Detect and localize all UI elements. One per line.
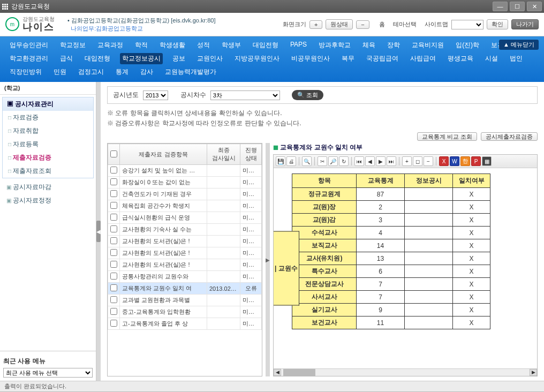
- table-row[interactable]: 교사현황의 도서관(실)은 !미검증: [108, 259, 262, 271]
- table-row[interactable]: 교육통계와 교원수 일치 여2013.02.07오류: [108, 283, 262, 295]
- row-checkbox[interactable]: [110, 284, 117, 291]
- nav-item[interactable]: 감사: [138, 66, 155, 78]
- menu-close-button[interactable]: ▲ 메뉴닫기: [499, 40, 539, 50]
- table-row[interactable]: 중고-교육통계와 입학현황미검증: [108, 306, 262, 318]
- print-icon[interactable]: 🖨: [286, 156, 296, 166]
- zoom-in-button[interactable]: +: [309, 20, 322, 29]
- confirm-button[interactable]: 확인: [487, 19, 508, 29]
- zoom-fit-icon[interactable]: ◻: [413, 156, 422, 166]
- refresh-icon[interactable]: ↻: [339, 156, 349, 166]
- first-page-icon[interactable]: ⏮: [354, 156, 364, 166]
- zoom-in-icon[interactable]: +: [402, 156, 412, 166]
- nav-item[interactable]: 체육: [360, 40, 377, 51]
- sidebar-item[interactable]: 제출자료검증: [3, 151, 93, 164]
- nav-item[interactable]: 학교정보: [58, 40, 88, 51]
- nav-item[interactable]: 업무승인관리: [7, 40, 50, 51]
- zoom-out-icon[interactable]: −: [424, 156, 433, 166]
- close-button[interactable]: ✕: [527, 2, 542, 11]
- nav-item[interactable]: 교육비지원: [410, 40, 446, 51]
- sidebar-item[interactable]: 자료취합: [3, 124, 93, 138]
- table-row[interactable]: 고-교육통계와 졸업 후 상미검증: [108, 318, 262, 330]
- row-checkbox[interactable]: [110, 296, 117, 303]
- nav-item[interactable]: 입(진)학: [454, 40, 481, 51]
- zoom-original-button[interactable]: 원상태: [326, 19, 353, 29]
- zoom-out-button[interactable]: −: [356, 20, 369, 29]
- column-splitter[interactable]: ▶: [266, 143, 270, 376]
- nav-item[interactable]: 장학: [385, 40, 402, 51]
- next-page-icon[interactable]: ▶: [376, 156, 386, 166]
- prev-page-icon[interactable]: ◀: [365, 156, 375, 166]
- row-checkbox[interactable]: [110, 261, 117, 268]
- nav-item[interactable]: 급식: [58, 53, 75, 64]
- row-checkbox[interactable]: [110, 249, 117, 256]
- exit-button[interactable]: 나가기: [511, 19, 539, 29]
- row-checkbox[interactable]: [110, 190, 117, 197]
- submission-grid[interactable]: 제출자료 검증항목 최종 검사일시 진행 상태 승강기 설치 및 높이 없는 ……: [107, 143, 262, 376]
- find-icon[interactable]: 🔎: [328, 156, 338, 166]
- nav-item[interactable]: 학교정보공시: [120, 53, 163, 64]
- nav-item[interactable]: 교육과정: [95, 40, 125, 51]
- recent-menu-select[interactable]: 최근 사용 메뉴 선택: [3, 368, 93, 378]
- nav-item[interactable]: 지방공무원인사: [232, 53, 282, 64]
- nav-item[interactable]: 사립급여: [408, 53, 438, 64]
- nav-item[interactable]: PAPS: [288, 40, 309, 51]
- sidebar-item[interactable]: 자료검증: [3, 111, 93, 124]
- export-x-icon[interactable]: X: [439, 156, 449, 166]
- export-img-icon[interactable]: ▦: [482, 156, 492, 166]
- table-row[interactable]: 체육집회 공간수가 학생지미검증: [108, 200, 262, 212]
- row-checkbox[interactable]: [110, 178, 117, 185]
- nav-item[interactable]: 검정고시: [76, 66, 106, 78]
- row-checkbox[interactable]: [110, 202, 117, 209]
- table-row[interactable]: 건축연도가 미 기재된 경우미검증: [108, 189, 262, 200]
- row-checkbox[interactable]: [110, 167, 117, 174]
- table-row[interactable]: 승강기 설치 및 높이 없는 …미검증: [108, 165, 262, 177]
- sidebar-item[interactable]: 자료등록: [3, 138, 93, 151]
- nav-item[interactable]: 공보: [170, 53, 187, 64]
- table-row[interactable]: 급식실시현황의 급식 운영미검증: [108, 212, 262, 224]
- cut-icon[interactable]: ✂: [318, 156, 327, 166]
- nav-item[interactable]: 성적: [195, 40, 212, 51]
- sidebar-toggle[interactable]: 공시자료정정: [0, 194, 96, 207]
- nav-item[interactable]: 통계: [114, 66, 131, 78]
- export-w-icon[interactable]: W: [450, 156, 459, 166]
- nav-item[interactable]: 대입전형: [251, 40, 281, 51]
- table-row[interactable]: 교사현황의 도서관(실)은 !미검증: [108, 236, 262, 247]
- export-pdf-icon[interactable]: P: [471, 156, 481, 166]
- home-link[interactable]: 홈: [379, 20, 385, 28]
- row-checkbox[interactable]: [110, 214, 117, 221]
- sidebar-section-head[interactable]: ▣ 공시자료관리: [3, 97, 93, 111]
- table-row[interactable]: 교사현황의 기숙사 실 수는미검증: [108, 224, 262, 236]
- round-select[interactable]: 3차: [210, 91, 280, 100]
- nav-item[interactable]: 복무: [339, 53, 357, 64]
- nav-item[interactable]: 평생교육: [445, 53, 475, 64]
- row-checkbox[interactable]: [110, 320, 117, 327]
- grid-check-all[interactable]: [110, 150, 117, 157]
- table-row[interactable]: 교과별 교원현황과 과목별미검증: [108, 295, 262, 306]
- last-page-icon[interactable]: ⏭: [387, 156, 396, 166]
- nav-item[interactable]: 학교환경관리: [7, 53, 50, 64]
- table-row[interactable]: 화장실이 0 또는 값이 없는미검증: [108, 177, 262, 189]
- compare-button[interactable]: 교육통계 비교 조회: [417, 132, 477, 141]
- nav-item[interactable]: 교원능력개발평가: [163, 66, 218, 78]
- row-checkbox[interactable]: [110, 237, 117, 244]
- verify-button[interactable]: 공시제출자료검증: [481, 132, 538, 141]
- nav-item[interactable]: 대입전형: [82, 53, 112, 64]
- row-checkbox[interactable]: [110, 273, 117, 280]
- sidebar-toggle[interactable]: 공시자료마감: [0, 180, 96, 194]
- nav-item[interactable]: 민원: [51, 66, 69, 78]
- nav-item[interactable]: 법인: [508, 53, 525, 64]
- row-checkbox[interactable]: [110, 308, 117, 315]
- nav-item[interactable]: 학생생활: [157, 40, 187, 51]
- nav-item[interactable]: 비공무원인사: [289, 53, 332, 64]
- sidebar-splitter[interactable]: ◀: [96, 82, 101, 381]
- report-hscroll[interactable]: ◀▶: [274, 368, 537, 376]
- nav-item[interactable]: 국공립급여: [364, 53, 401, 64]
- export-h-icon[interactable]: 한: [460, 156, 470, 166]
- table-row[interactable]: 공통사항관리의 교원수와미검증: [108, 271, 262, 283]
- theme-select[interactable]: [451, 20, 483, 29]
- nav-item[interactable]: 직장민방위: [7, 66, 44, 78]
- table-row[interactable]: 교사현황의 도서관(실)은 !미검증: [108, 247, 262, 259]
- nav-item[interactable]: 방과후학교: [316, 40, 353, 51]
- sidebar-item[interactable]: 제출자료조회: [3, 164, 93, 178]
- maximize-button[interactable]: ☐: [510, 2, 525, 11]
